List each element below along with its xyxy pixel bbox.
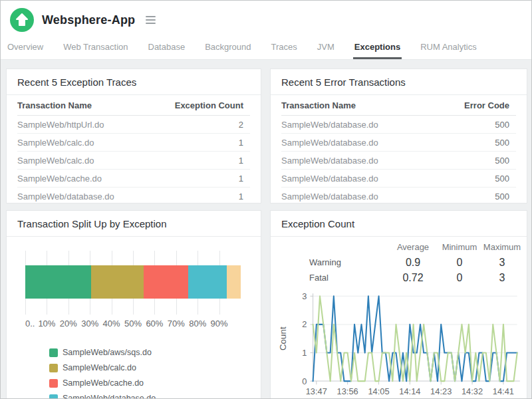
stats-row-fatal: Fatal 0.72 0 3: [271, 270, 527, 285]
svg-text:1: 1: [302, 348, 307, 358]
legend-label: SampleWeb/aws/sqs.do: [63, 348, 152, 357]
svg-text:14:05: 14:05: [368, 386, 389, 396]
x-tick-label: 30%: [81, 319, 98, 329]
series-line-warning: [313, 296, 517, 381]
column-header: Error Code: [436, 100, 516, 110]
svg-text:14:41: 14:41: [493, 386, 514, 396]
bar-segment-sampleweb-aws-sqs-do[interactable]: [25, 265, 91, 299]
svg-text:14:14: 14:14: [399, 386, 420, 396]
table-row[interactable]: SampleWeb/database.do 1: [17, 188, 250, 203]
tab-rum-analytics[interactable]: RUM Analytics: [419, 41, 478, 59]
dashboard-grid: Recent 5 Exception Traces Transaction Na…: [1, 60, 531, 399]
x-tick-label: 70%: [168, 319, 185, 329]
x-tick-label: 40%: [103, 319, 120, 329]
app-header: Websphere-App: [1, 1, 531, 33]
line-chart-svg: 012313:4713:5614:0514:1414:2314:3214:41C…: [277, 289, 523, 399]
legend-item[interactable]: SampleWeb/aws/sqs.do: [49, 348, 152, 357]
panel-recent-exception-traces: Recent 5 Exception Traces Transaction Na…: [6, 68, 261, 203]
exception-count-stats: Average Minimum Maximum Warning 0.9 0 3 …: [271, 237, 527, 287]
stats-col-average: Average: [388, 242, 438, 252]
panel-title: Recent 5 Error Transactions: [271, 69, 527, 94]
svg-text:2: 2: [302, 319, 307, 329]
bar-chart-legend: SampleWeb/aws/sqs.doSampleWeb/calc.doSam…: [49, 348, 249, 399]
table-row[interactable]: SampleWeb/database.do 500: [281, 116, 516, 134]
legend-swatch-icon: [49, 379, 58, 388]
table-row[interactable]: SampleWeb/database.do 500: [281, 170, 516, 188]
tab-web-transaction[interactable]: Web Transaction: [62, 41, 129, 59]
legend-swatch-icon: [49, 394, 58, 399]
column-header: Transaction Name: [17, 100, 170, 110]
error-transactions-table: Transaction Name Error Code SampleWeb/da…: [271, 95, 527, 203]
legend-label: SampleWeb/database.do: [63, 394, 156, 399]
bar-chart-x-axis: 0..10%20%30%40%50%60%70%80%90%: [25, 319, 241, 332]
tab-database[interactable]: Database: [147, 41, 187, 59]
panel-exception-count: Exception Count Average Minimum Maximum …: [270, 210, 527, 399]
svg-text:0: 0: [302, 376, 307, 386]
x-tick-label: 10%: [38, 319, 55, 329]
hamburger-menu-icon[interactable]: [143, 13, 158, 27]
x-tick-label: 0..: [25, 319, 35, 329]
x-tick-label: 20%: [60, 319, 77, 329]
tab-jvm[interactable]: JVM: [316, 41, 336, 59]
tab-exceptions[interactable]: Exceptions: [353, 41, 402, 59]
bar-segment-sampleweb-calc-do[interactable]: [91, 265, 144, 299]
legend-label: SampleWeb/cache.do: [63, 378, 144, 388]
exception-traces-table: Transaction Name Exception Count SampleW…: [7, 95, 261, 203]
table-row[interactable]: SampleWeb/cache.do 1: [17, 170, 250, 188]
tab-background[interactable]: Background: [203, 41, 252, 59]
table-row[interactable]: SampleWeb/database.do 500: [281, 134, 516, 152]
legend-item[interactable]: SampleWeb/cache.do: [49, 378, 144, 388]
svg-text:Count: Count: [278, 327, 288, 350]
series-line-fatal: [313, 296, 517, 381]
panel-title: Exception Count: [271, 211, 527, 236]
panel-title: Recent 5 Exception Traces: [7, 69, 261, 94]
column-header: Exception Count: [170, 100, 250, 110]
stacked-bar-chart: [25, 251, 241, 315]
svg-text:14:32: 14:32: [462, 386, 483, 396]
svg-text:13:47: 13:47: [306, 386, 327, 396]
tab-bar: Overview Web Transaction Database Backgr…: [1, 33, 531, 60]
panel-transaction-split: Transaction Split Up by Exception 0..10%…: [6, 210, 261, 399]
stats-row-warning: Warning 0.9 0 3: [271, 255, 527, 270]
table-row[interactable]: SampleWeb/httpUrl.do 2: [17, 116, 250, 134]
x-tick-label: 60%: [146, 319, 163, 329]
stacked-bar: [25, 265, 241, 299]
bar-segment-sampleweb-httpurl-do[interactable]: [227, 265, 241, 299]
svg-text:13:56: 13:56: [337, 386, 358, 396]
table-row[interactable]: SampleWeb/calc.do 1: [17, 152, 250, 170]
column-header: Transaction Name: [281, 100, 436, 110]
x-tick-label: 50%: [124, 319, 142, 329]
legend-swatch-icon: [49, 348, 58, 357]
table-row[interactable]: SampleWeb/database.do 500: [281, 188, 516, 203]
divider: [7, 236, 261, 237]
panel-recent-error-transactions: Recent 5 Error Transactions Transaction …: [270, 68, 527, 203]
svg-text:14:23: 14:23: [430, 386, 452, 396]
legend-swatch-icon: [49, 364, 58, 372]
legend-item[interactable]: SampleWeb/calc.do: [49, 363, 136, 372]
stats-col-maximum: Maximum: [481, 242, 523, 252]
stats-header-row: Average Minimum Maximum: [271, 239, 527, 255]
app-status-up-icon: [10, 8, 34, 32]
exception-count-line-chart: 012313:4713:5614:0514:1414:2314:3214:41C…: [277, 289, 523, 399]
apm-dashboard: Websphere-App Overview Web Transaction D…: [0, 0, 532, 399]
table-header-row: Transaction Name Error Code: [281, 95, 516, 116]
bar-segment-sampleweb-cache-do[interactable]: [144, 265, 188, 299]
bar-segment-sampleweb-database-do[interactable]: [188, 265, 227, 299]
tab-overview[interactable]: Overview: [6, 41, 45, 59]
legend-label: SampleWeb/calc.do: [63, 363, 136, 372]
table-row[interactable]: SampleWeb/calc.do 1: [17, 134, 250, 152]
tab-traces[interactable]: Traces: [270, 41, 299, 59]
x-tick-label: 90%: [211, 319, 228, 329]
table-row[interactable]: SampleWeb/database.do 500: [281, 152, 516, 170]
app-title: Websphere-App: [42, 13, 135, 27]
svg-text:3: 3: [302, 291, 307, 301]
stats-col-minimum: Minimum: [438, 242, 481, 252]
legend-item[interactable]: SampleWeb/database.do: [49, 394, 156, 399]
x-tick-label: 80%: [189, 319, 206, 329]
table-header-row: Transaction Name Exception Count: [17, 95, 250, 116]
panel-title: Transaction Split Up by Exception: [7, 211, 261, 236]
